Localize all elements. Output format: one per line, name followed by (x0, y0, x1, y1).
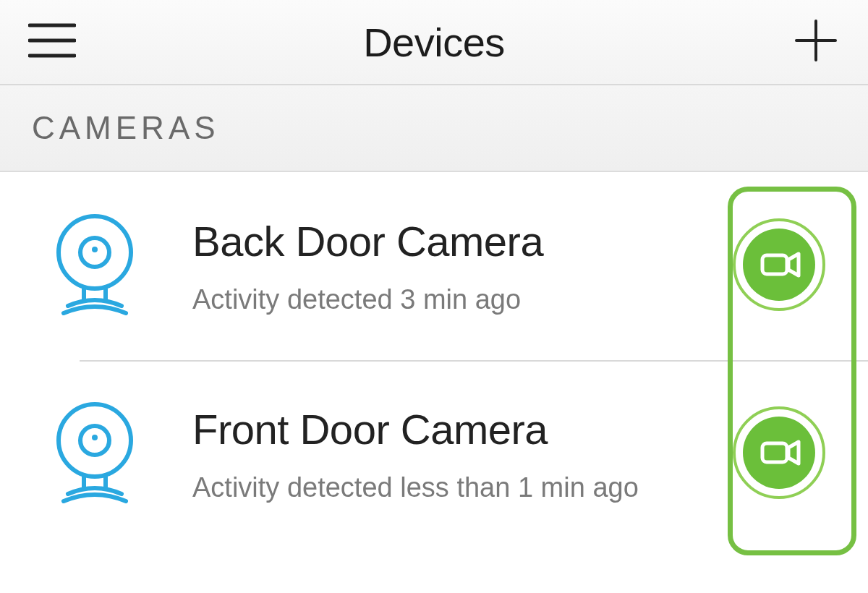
device-list: Back Door Camera Activity detected 3 min… (0, 172, 868, 548)
svg-point-15 (743, 417, 815, 489)
navbar: Devices (0, 0, 868, 85)
video-camera-icon (732, 302, 826, 314)
device-status: Activity detected 3 min ago (192, 284, 725, 315)
svg-point-9 (743, 229, 815, 301)
device-name: Back Door Camera (192, 217, 725, 265)
section-label: CAMERAS (32, 110, 220, 146)
svg-point-13 (92, 435, 98, 440)
live-view-button[interactable] (732, 218, 826, 315)
hamburger-icon (28, 22, 76, 61)
device-name: Front Door Camera (192, 405, 725, 453)
device-status: Activity detected less than 1 min ago (192, 472, 725, 503)
camera-device-icon (48, 210, 142, 322)
plus-icon (795, 20, 837, 64)
device-row[interactable]: Back Door Camera Activity detected 3 min… (0, 172, 868, 360)
live-view-button[interactable] (732, 406, 826, 503)
device-thumbnail (41, 398, 149, 510)
device-row[interactable]: Front Door Camera Activity detected less… (0, 360, 868, 548)
video-camera-icon (732, 490, 826, 502)
page-title: Devices (363, 19, 505, 66)
device-thumbnail (41, 210, 149, 322)
svg-point-7 (92, 247, 98, 252)
camera-device-icon (48, 398, 142, 510)
section-header-cameras: CAMERAS (0, 85, 868, 172)
menu-button[interactable] (26, 16, 78, 68)
add-device-button[interactable] (790, 16, 842, 68)
